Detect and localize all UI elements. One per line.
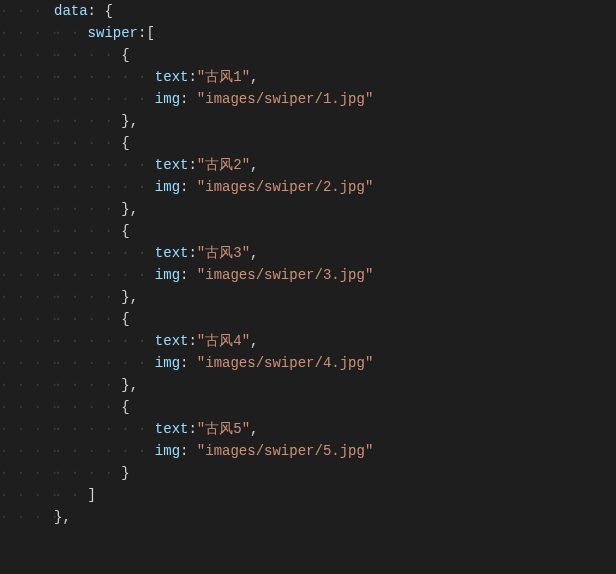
code-editor[interactable]: · · · · data: { · · · · · · swiper:[ · ·…: [0, 0, 616, 528]
